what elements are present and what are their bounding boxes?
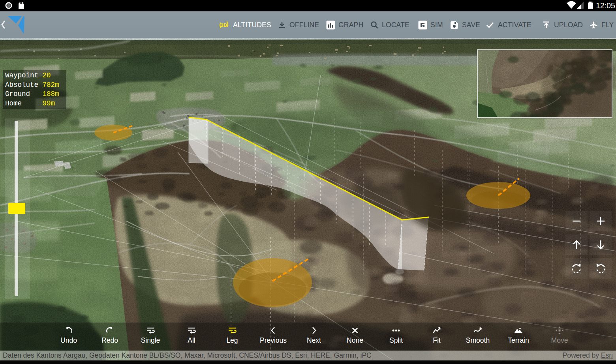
svg-text:12:05: 12:05 [596, 1, 615, 10]
svg-text:3D: 3D [221, 23, 227, 28]
